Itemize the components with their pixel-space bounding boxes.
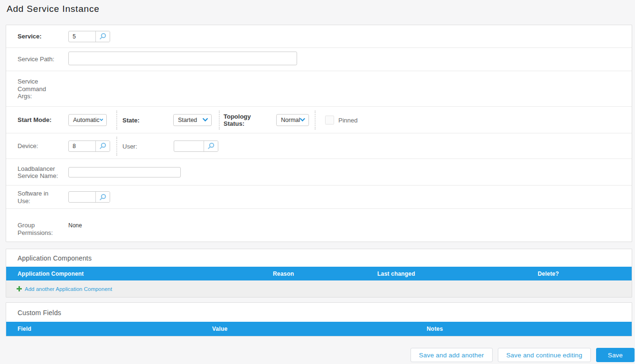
user-search-button[interactable]: [204, 141, 218, 151]
group-permissions-value: None: [68, 222, 82, 229]
pinned-checkbox[interactable]: [325, 115, 334, 124]
user-input[interactable]: [174, 141, 204, 151]
loadbalancer-service-name-label: Loadbalancer Service Name:: [18, 165, 60, 179]
search-icon: [99, 142, 106, 149]
state-label: State:: [122, 116, 140, 123]
chevron-down-icon: [300, 118, 305, 122]
chevron-down-icon: [100, 118, 103, 122]
col-application-component: Application Component: [18, 271, 84, 277]
service-row: Service:: [6, 25, 632, 47]
search-icon: [207, 142, 215, 149]
topology-status-select[interactable]: Normal: [276, 114, 309, 126]
software-in-use-input[interactable]: [69, 192, 95, 202]
loadbalancer-row: Loadbalancer Service Name:: [6, 159, 632, 185]
form-actions: Save and add another Save and continue e…: [411, 348, 635, 362]
plus-icon: [17, 286, 22, 291]
service-instance-form: Service: Service Path: Service Command A…: [6, 25, 632, 242]
service-command-args-row: Service Command Args:: [6, 71, 632, 106]
user-label: User:: [122, 142, 137, 149]
service-command-args-label: Service Command Args:: [18, 78, 60, 100]
col-last-changed: Last changed: [377, 271, 415, 277]
service-lookup: [68, 31, 110, 42]
col-notes: Notes: [427, 326, 443, 332]
pinned-label: Pinned: [338, 116, 357, 123]
custom-fields-panel: Custom Fields Field Value Notes: [6, 302, 632, 336]
chevron-down-icon: [203, 118, 208, 122]
save-button[interactable]: Save: [596, 348, 635, 362]
page-title: Add Service Instance: [7, 4, 100, 14]
software-search-button[interactable]: [95, 192, 110, 202]
loadbalancer-service-name-input[interactable]: [68, 167, 181, 177]
user-lookup: [174, 140, 218, 152]
software-in-use-label: Software in Use:: [18, 190, 60, 205]
start-mode-select[interactable]: Automatic: [68, 114, 107, 126]
service-path-textarea[interactable]: [68, 52, 297, 65]
start-mode-row: Start Mode: Automatic State: Started Top…: [6, 106, 632, 133]
device-user-row: Device: User:: [6, 133, 632, 159]
col-reason: Reason: [273, 271, 294, 277]
col-delete: Delete?: [538, 271, 559, 277]
topology-status-label: Topology Status:: [224, 112, 265, 127]
col-value: Value: [212, 326, 227, 332]
service-search-button[interactable]: [95, 31, 110, 42]
field-separator: [315, 111, 316, 130]
device-search-button[interactable]: [95, 141, 110, 151]
service-input[interactable]: [69, 31, 95, 42]
service-label: Service:: [18, 33, 60, 40]
software-in-use-row: Software in Use:: [6, 185, 632, 208]
application-components-panel: Application Components Application Compo…: [6, 249, 632, 298]
application-components-title: Application Components: [6, 249, 632, 267]
service-path-label: Service Path:: [18, 56, 60, 63]
save-and-continue-button[interactable]: Save and continue editing: [498, 348, 591, 362]
field-separator: [219, 111, 220, 130]
add-application-component-link[interactable]: Add another Application Component: [17, 286, 112, 292]
service-path-row: Service Path:: [6, 47, 632, 71]
search-icon: [99, 194, 106, 201]
add-component-row: Add another Application Component: [6, 280, 632, 297]
device-lookup: [68, 140, 110, 152]
custom-fields-header: Field Value Notes: [6, 322, 632, 336]
group-permissions-row: Group Permissions: None: [6, 208, 632, 242]
state-select[interactable]: Started: [173, 114, 212, 126]
application-components-header: Application Component Reason Last change…: [6, 267, 632, 280]
device-label: Device:: [18, 142, 60, 150]
software-in-use-lookup: [68, 191, 110, 203]
start-mode-label: Start Mode:: [18, 116, 60, 124]
custom-fields-title: Custom Fields: [6, 303, 632, 322]
field-separator: [116, 111, 117, 130]
group-permissions-label: Group Permissions:: [18, 222, 60, 236]
save-and-add-another-button[interactable]: Save and add another: [411, 348, 493, 362]
field-separator: [116, 137, 117, 156]
device-input[interactable]: [69, 141, 95, 151]
col-field: Field: [18, 326, 31, 332]
search-icon: [99, 33, 106, 40]
